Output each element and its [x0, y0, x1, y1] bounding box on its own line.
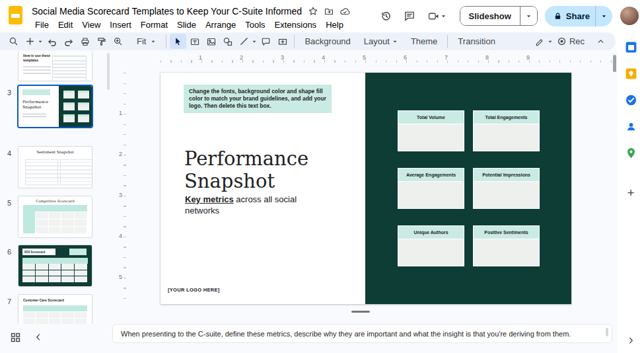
keep-icon[interactable] [625, 67, 637, 80]
metric-card-total-volume[interactable]: Total Volume [398, 110, 464, 151]
share-split-button: Share [545, 6, 612, 26]
notes-resize-handle[interactable] [351, 311, 370, 313]
slide-thumbnail-roi[interactable]: ROI Scorecard [18, 245, 92, 286]
background-button[interactable]: Background [298, 34, 357, 49]
menu-extensions[interactable]: Extensions [270, 19, 322, 31]
select-tool[interactable] [170, 34, 186, 49]
slide-thumbnail-howto[interactable]: How to use these templates [18, 52, 92, 81]
metric-card-potential-impressions[interactable]: Potential Impressions [473, 168, 540, 209]
slide-number: 6 [7, 248, 11, 256]
insert-comment-tool[interactable] [258, 34, 274, 49]
speaker-notes[interactable]: When presenting to the C-suite, define t… [112, 324, 612, 343]
add-panel-icon[interactable]: + [625, 186, 637, 199]
paint-format-button[interactable] [93, 34, 110, 49]
menu-edit[interactable]: Edit [54, 19, 77, 31]
slide-right-panel[interactable]: Total Volume Total Engagements Average E… [365, 73, 571, 304]
insert-shape-tool[interactable] [219, 34, 236, 49]
collapse-filmstrip-icon[interactable] [32, 331, 44, 343]
metric-card-average-engagements[interactable]: Average Engagements [398, 168, 464, 209]
notes-scrollbar[interactable] [606, 328, 608, 336]
metric-card-total-engagements[interactable]: Total Engagements [473, 110, 540, 151]
cloud-status-icon[interactable] [338, 4, 352, 19]
menu-help[interactable]: Help [321, 19, 348, 31]
metric-card-label: Unique Authors [398, 226, 464, 239]
share-dropdown[interactable] [595, 6, 612, 26]
maps-icon[interactable] [625, 147, 637, 159]
thumbnail-row: 3 Performance Snapshot [0, 86, 112, 127]
metric-card-label: Positive Sentiments [474, 226, 539, 239]
slideshow-button[interactable]: Slideshow [460, 7, 520, 25]
document-title[interactable]: Social Media Scorecard Templates to Keep… [29, 5, 304, 17]
filmstrip-scrollbar[interactable] [107, 53, 110, 90]
pen-tool-dropdown[interactable] [547, 39, 554, 44]
rec-label: Rec [569, 36, 585, 46]
slide-subtitle-text[interactable]: Key metrics across all social networks [185, 194, 310, 217]
insert-line-dropdown[interactable] [250, 39, 258, 44]
slide-thumbnail-sentiment[interactable]: Sentiment Snapshot [18, 147, 92, 188]
ruler-ticks [161, 60, 612, 63]
grid-view-icon[interactable] [9, 331, 21, 343]
slide-thumbnail-care[interactable]: Customer Care Scorecard [18, 295, 92, 324]
theme-button[interactable]: Theme [404, 34, 444, 49]
account-avatar[interactable] [620, 7, 639, 25]
ruler-number: 3 [119, 192, 122, 198]
metric-card-positive-sentiments[interactable]: Positive Sentiments [473, 225, 540, 266]
expand-panel-icon[interactable] [625, 334, 637, 346]
side-panel-rail: + [618, 32, 644, 353]
thumb-note-box [22, 89, 50, 95]
insert-placeholder-tool[interactable] [274, 34, 291, 49]
redo-button[interactable] [60, 34, 77, 49]
layout-dropdown[interactable]: Layout [357, 34, 404, 49]
menu-slide[interactable]: Slide [172, 19, 201, 31]
record-button[interactable]: Rec [555, 34, 586, 49]
contacts-icon[interactable] [625, 120, 637, 133]
slide-number: 3 [7, 89, 11, 97]
title-row: Social Media Scorecard Templates to Keep… [29, 4, 352, 19]
menu-tools[interactable]: Tools [240, 19, 269, 31]
vertical-ruler: 1 2 3 4 5 [116, 63, 127, 311]
print-button[interactable] [77, 34, 93, 49]
collapse-toolbar-icon[interactable] [592, 34, 609, 49]
undo-button[interactable] [44, 34, 60, 49]
slideshow-dropdown[interactable] [520, 7, 537, 25]
thumbnail-preview: Sentiment Snapshot [18, 147, 92, 188]
zoom-fit-dropdown[interactable]: Fit [126, 34, 162, 49]
thumbnail-preview: Performance Snapshot [18, 86, 92, 127]
thumb-title: How to use these templates [23, 54, 54, 63]
calendar-icon[interactable] [625, 41, 637, 54]
menu-insert[interactable]: Insert [105, 19, 136, 31]
tasks-icon[interactable] [625, 94, 637, 106]
star-icon[interactable] [306, 4, 320, 19]
zoom-icon[interactable] [110, 34, 126, 49]
canvas-scrollbar[interactable] [613, 55, 616, 72]
transition-button[interactable]: Transition [451, 34, 502, 49]
search-menus-icon[interactable] [5, 34, 22, 49]
new-slide-dropdown[interactable] [36, 39, 44, 44]
slide-thumbnail-competitive[interactable]: Competitive Scorecard [18, 196, 92, 237]
metric-card-unique-authors[interactable]: Unique Authors [398, 225, 464, 266]
menu-view[interactable]: View [77, 19, 105, 31]
instruction-text-box[interactable]: Change the fonts, background color and s… [184, 85, 332, 113]
insert-image-tool[interactable] [203, 34, 219, 49]
ruler-number: 1 [119, 110, 122, 116]
slide-canvas[interactable]: Total Volume Total Engagements Average E… [161, 73, 571, 304]
move-folder-icon[interactable] [322, 4, 336, 19]
header-actions: Slideshow Share [376, 0, 644, 26]
share-button[interactable]: Share [545, 6, 595, 26]
version-history-icon[interactable] [376, 5, 397, 26]
pen-tool[interactable] [531, 34, 548, 49]
thumb-title: Customer Care Scorecard [23, 298, 64, 302]
menu-file[interactable]: File [30, 19, 54, 31]
slide-title-text[interactable]: Performance Snapshot [184, 148, 346, 192]
slide-thumbnail-performance[interactable]: Performance Snapshot [18, 86, 92, 127]
logo-placeholder-text[interactable]: [YOUR LOGO HERE] [168, 287, 220, 293]
menu-format[interactable]: Format [136, 19, 172, 31]
google-slides-app: Social Media Scorecard Templates to Keep… [0, 0, 644, 353]
menu-arrange[interactable]: Arrange [201, 19, 240, 31]
slides-logo[interactable] [9, 6, 22, 24]
meet-call-button[interactable] [422, 5, 452, 26]
zoom-fit-label: Fit [133, 36, 148, 46]
comment-history-icon[interactable] [399, 5, 420, 26]
theme-label: Theme [411, 36, 437, 46]
text-box-tool[interactable] [186, 34, 203, 49]
